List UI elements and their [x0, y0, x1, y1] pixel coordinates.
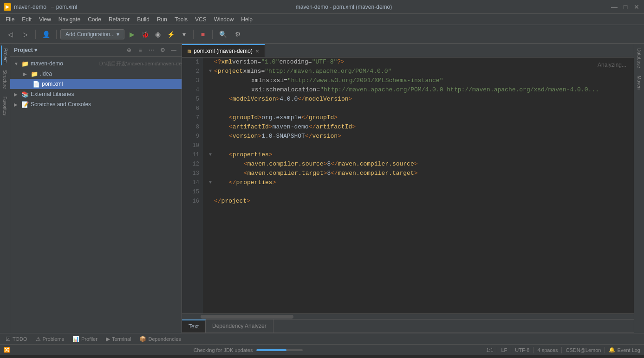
xml-pi-tag: xml — [221, 58, 232, 67]
status-git[interactable]: 🔀 — [4, 347, 10, 353]
sidebar-item-project[interactable]: Project — [1, 45, 9, 65]
status-user[interactable]: CSDN@Lemon — [566, 347, 601, 353]
menu-refactor[interactable]: Refactor — [105, 15, 133, 24]
gear-icon-button[interactable]: ⚙ — [158, 46, 167, 54]
code-content[interactable]: Analyzing... <?xml version="1.0" encodin… — [203, 58, 634, 313]
tree-label-pom: pom.xml — [42, 81, 182, 87]
window-title: maven-demo - pom.xml (maven-demo) — [77, 4, 611, 10]
code-line-8: <artifactId>maven-demo</artifactId> — [207, 122, 630, 132]
user-text: CSDN@Lemon — [566, 347, 601, 353]
sidebar-item-structure[interactable]: Structure — [1, 67, 8, 92]
event-log-text: Event Log — [617, 347, 640, 353]
fold-icon-2[interactable]: ▼ — [207, 68, 214, 75]
run-with-coverage-button[interactable]: ◉ — [152, 29, 163, 40]
menu-vcs[interactable]: VCS — [191, 15, 210, 24]
tree-item-scratches[interactable]: ▶ 📝 Scratches and Consoles — [10, 99, 182, 109]
tree-arrow-root: ▼ — [14, 61, 20, 66]
status-line-ending[interactable]: LF — [501, 347, 507, 353]
code-line-10 — [207, 141, 630, 150]
code-editor[interactable]: 1 2 3 4 5 6 7 8 9 10 11 12 13 14 15 16 A… — [182, 58, 634, 313]
collapse-all-button[interactable]: ≡ — [136, 46, 144, 54]
maximize-button[interactable]: □ — [622, 3, 629, 11]
tree-item-pom[interactable]: 📄 pom.xml — [10, 79, 182, 89]
horizontal-scrollbar[interactable] — [182, 313, 634, 319]
menu-edit[interactable]: Edit — [18, 15, 35, 24]
pom-file-icon: 📄 — [33, 81, 40, 88]
dependencies-button[interactable]: 📦 Dependencies — [136, 335, 184, 343]
code-line-13: <maven.compiler.target>8</maven.compiler… — [207, 169, 630, 178]
profiler-run-button[interactable]: ⚡ — [165, 29, 176, 40]
project-tree: ▼ 📁 maven-demo D:\项目开发\maven-demo\maven-… — [10, 57, 182, 333]
git-icon: 🔀 — [4, 347, 10, 353]
search-everywhere-button[interactable]: 🔍 — [216, 28, 229, 41]
terminal-button[interactable]: ▶ Terminal — [102, 335, 135, 343]
tree-item-idea[interactable]: ▶ 📁 .idea — [10, 69, 182, 79]
menu-build[interactable]: Build — [133, 15, 153, 24]
editor-area: m pom.xml (maven-demo) ✕ 1 2 3 4 5 6 7 8… — [182, 44, 634, 333]
config-dropdown-icon: ▾ — [117, 31, 119, 38]
tree-arrow-scratch: ▶ — [14, 102, 20, 107]
fold-icon-14[interactable]: ▼ — [207, 179, 214, 186]
line-ending-text: LF — [501, 347, 507, 353]
settings-button[interactable]: ⚙ — [231, 28, 244, 41]
panel-options-button[interactable]: ⋯ — [147, 46, 156, 54]
tab-text[interactable]: Text — [182, 320, 206, 332]
problems-icon: ⚠ — [36, 336, 41, 342]
toolbar-separator-4 — [212, 30, 213, 39]
stop-button[interactable]: ■ — [197, 29, 208, 40]
add-configuration-button[interactable]: Add Configuration... ▾ — [60, 29, 124, 39]
menu-view[interactable]: View — [35, 15, 55, 24]
line-num-1: 1 — [186, 58, 199, 67]
right-strip-database[interactable]: Database — [636, 45, 643, 71]
tree-item-external-libs[interactable]: ▶ 📚 External Libraries — [10, 89, 182, 99]
back-button[interactable]: ◁ — [4, 28, 17, 41]
menu-window[interactable]: Window — [210, 15, 238, 24]
tab-file-icon: m — [188, 48, 191, 54]
debug-button[interactable]: 🐞 — [139, 29, 150, 40]
tree-item-root[interactable]: ▼ 📁 maven-demo D:\项目开发\maven-demo\maven-… — [10, 58, 182, 69]
code-line-5: <modelVersion>4.0.0</modelVersion> — [207, 95, 630, 104]
sidebar-item-favorites[interactable]: Favorites — [1, 94, 8, 118]
tab-close-button[interactable]: ✕ — [255, 49, 259, 54]
scratch-icon: 📝 — [21, 101, 29, 108]
line-num-16: 16 — [186, 197, 199, 206]
tree-path-root: D:\项目开发\maven-demo\maven-de — [99, 60, 182, 67]
event-log-button[interactable]: 🔔 Event Log — [609, 347, 640, 353]
line-num-12: 12 — [186, 160, 199, 169]
status-encoding[interactable]: UTF-8 — [515, 347, 529, 353]
menu-help[interactable]: Help — [237, 15, 256, 24]
menu-navigate[interactable]: Navigate — [55, 15, 84, 24]
line-num-6: 6 — [186, 104, 199, 113]
menu-code[interactable]: Code — [84, 15, 105, 24]
right-strip-maven[interactable]: Maven — [636, 73, 643, 92]
status-progress-area: Checking for JDK updates — [14, 347, 482, 353]
status-bar: 🔀 Checking for JDK updates 1:1 LF UTF-8 … — [0, 344, 644, 355]
hide-panel-button[interactable]: — — [169, 46, 178, 54]
profiler-button[interactable]: 📊 Profiler — [69, 335, 101, 343]
config-label: Add Configuration... — [65, 31, 115, 38]
profile-button[interactable]: 👤 — [39, 28, 52, 41]
line-numbers: 1 2 3 4 5 6 7 8 9 10 11 12 13 14 15 16 — [182, 58, 203, 313]
forward-button[interactable]: ▷ — [19, 28, 32, 41]
run-button[interactable]: ▶ — [126, 29, 137, 40]
locate-file-button[interactable]: ⊕ — [125, 46, 133, 54]
status-position[interactable]: 1:1 — [486, 347, 493, 353]
code-line-11: ▼ <properties> — [207, 150, 630, 160]
editor-tab-pom[interactable]: m pom.xml (maven-demo) ✕ — [182, 44, 265, 57]
tree-label-ext: External Libraries — [31, 91, 182, 97]
fold-icon-11[interactable]: ▼ — [207, 151, 214, 159]
todo-button[interactable]: ☑ TODO — [2, 335, 31, 343]
line-num-5: 5 — [186, 95, 199, 104]
menu-run[interactable]: Run — [153, 15, 171, 24]
problems-button[interactable]: ⚠ Problems — [32, 335, 68, 343]
left-sidebar-strip: Project Structure Favorites — [0, 44, 10, 333]
minimize-button[interactable]: — — [611, 3, 618, 11]
close-button[interactable]: ✕ — [633, 3, 640, 11]
line-num-10: 10 — [186, 141, 199, 150]
more-run-button[interactable]: ▾ — [178, 29, 189, 40]
menu-tools[interactable]: Tools — [171, 15, 191, 24]
tab-dependency-analyzer[interactable]: Dependency Analyzer — [206, 320, 273, 332]
menu-file[interactable]: File — [2, 15, 18, 24]
status-indent[interactable]: 4 spaces — [537, 347, 558, 353]
project-name: maven-demo — [14, 4, 46, 10]
